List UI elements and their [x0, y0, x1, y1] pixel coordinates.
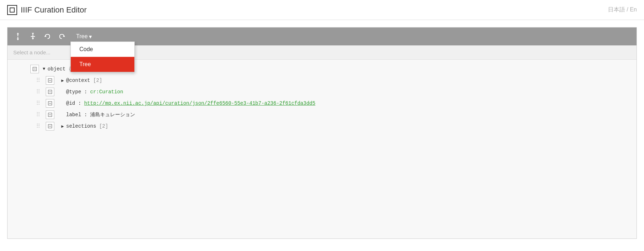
logo-area: IIIF Curation Editor	[7, 5, 87, 15]
svg-marker-7	[32, 38, 34, 40]
tree-row-selections: ⠿ ▶ selections [2]	[8, 120, 636, 132]
tree-view: ▼ object { ⠿ ▶ @context [2] ⠿ ▶ @type : …	[8, 60, 636, 238]
svg-marker-3	[17, 39, 19, 40]
svg-marker-1	[17, 33, 19, 34]
tree-row-id: ⠿ ▶ @id : http://mp.ex.nii.ac.jp/api/cur…	[8, 98, 636, 109]
row-icon-label[interactable]	[46, 110, 54, 119]
svg-marker-10	[63, 35, 65, 37]
view-mode-dropdown[interactable]: Tree ▾ Code Tree	[70, 32, 95, 41]
toolbar: Tree ▾ Code Tree	[8, 28, 636, 45]
tree-row-label: ⠿ ▶ label : 浦島キュレーション	[8, 109, 636, 120]
collapse-all-button[interactable]	[27, 31, 39, 42]
tree-dropdown-button[interactable]: Tree ▾	[73, 32, 95, 41]
tree-key-type: @type : cr:Curation	[66, 89, 123, 95]
row-icon-id[interactable]	[46, 99, 54, 108]
dropdown-item-code[interactable]: Code	[71, 42, 134, 57]
tree-row-type: ⠿ ▶ @type : cr:Curation	[8, 86, 636, 98]
editor-container: Tree ▾ Code Tree Select a node... ▼ obje…	[7, 27, 637, 239]
row-icon-selections[interactable]	[46, 122, 54, 131]
row-icon-root[interactable]	[30, 65, 39, 73]
tree-dropdown-label: Tree	[76, 33, 88, 40]
tree-key-label: label : 浦島キュレーション	[66, 112, 135, 118]
dropdown-item-tree[interactable]: Tree	[71, 57, 134, 72]
lang-switcher[interactable]: 日本語 / En	[608, 6, 637, 14]
tree-row-context: ⠿ ▶ @context [2]	[8, 75, 636, 86]
expand-all-button[interactable]	[12, 31, 24, 42]
drag-handle	[22, 66, 29, 72]
svg-marker-9	[44, 35, 46, 37]
dots-label: ⠿	[36, 111, 41, 118]
id-link[interactable]: http://mp.ex.nii.ac.jp/api/curation/json…	[84, 100, 315, 106]
tree-key-selections: selections [2]	[66, 123, 108, 129]
dots-selections: ⠿	[36, 123, 41, 130]
app-logo-inner	[10, 8, 15, 13]
tree-key-context: @context [2]	[66, 78, 102, 83]
undo-button[interactable]	[42, 31, 53, 41]
redo-button[interactable]	[56, 31, 68, 41]
label-value: 浦島キュレーション	[90, 112, 135, 118]
view-dropdown-menu: Code Tree	[70, 41, 135, 72]
expand-arrow-selections[interactable]: ▶	[59, 124, 66, 129]
app-header: IIIF Curation Editor 日本語 / En	[0, 0, 644, 20]
svg-marker-5	[32, 33, 34, 35]
tree-key-id: @id : http://mp.ex.nii.ac.jp/api/curatio…	[66, 100, 315, 106]
app-logo-icon	[7, 5, 17, 15]
row-icon-type[interactable]	[46, 88, 54, 96]
app-title: IIIF Curation Editor	[21, 5, 87, 15]
expand-arrow-root[interactable]: ▼	[40, 67, 48, 72]
expand-arrow-context[interactable]: ▶	[59, 78, 66, 83]
dots-id: ⠿	[36, 100, 41, 107]
tree-key-root: object {	[48, 66, 71, 72]
row-icon-context[interactable]	[46, 76, 54, 85]
node-selector-placeholder: Select a node...	[13, 49, 50, 55]
dots-context: ⠿	[36, 77, 41, 84]
dots-type: ⠿	[36, 88, 41, 95]
dropdown-arrow-icon: ▾	[89, 33, 92, 40]
